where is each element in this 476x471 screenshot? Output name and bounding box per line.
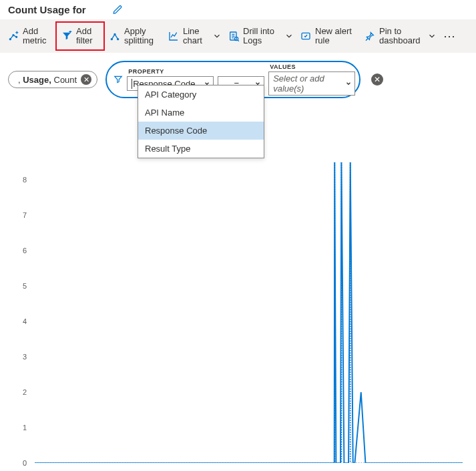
y-axis-tick: 7: [23, 211, 27, 219]
y-axis-tick: 0: [23, 459, 27, 467]
metric-pill[interactable]: , Usage, Count ✕: [8, 71, 97, 88]
y-axis-tick: 5: [23, 282, 27, 290]
y-axis-tick: 1: [23, 424, 27, 432]
dropdown-item[interactable]: Result Type: [138, 140, 264, 158]
toolbar-label: Apply splitting: [124, 27, 158, 46]
new-alert-rule-button[interactable]: New alert rule: [295, 22, 359, 50]
dropdown-item[interactable]: API Name: [138, 104, 264, 122]
chevron-down-icon: [345, 80, 352, 87]
chart-plot: [35, 162, 463, 463]
property-dropdown: API Category API Name Response Code Resu…: [138, 85, 264, 158]
values-caption: VALUES: [268, 63, 355, 70]
line-chart-icon: [168, 31, 179, 41]
logs-icon: [228, 31, 239, 41]
toolbar-label: New alert rule: [315, 27, 354, 46]
metric-pill-text: , Usage, Count: [18, 75, 77, 85]
y-axis-tick: 4: [23, 317, 27, 325]
y-axis-tick: 2: [23, 388, 27, 396]
toolbar: Add metric Add filter Apply splitting Li…: [0, 19, 476, 53]
toolbar-label: Line chart: [183, 27, 206, 46]
funnel-plus-icon: [61, 31, 72, 41]
close-icon[interactable]: ✕: [81, 74, 91, 85]
chevron-down-icon[interactable]: [426, 31, 438, 41]
more-icon[interactable]: ⋯: [438, 29, 461, 43]
apply-splitting-button[interactable]: Apply splitting: [104, 22, 163, 50]
line-chart-button[interactable]: Line chart: [163, 22, 211, 50]
add-metric-icon: [8, 31, 19, 41]
dropdown-item[interactable]: Response Code: [138, 122, 264, 140]
chart: 012345678 Thu 236 AM12 PM6 PM: [8, 162, 468, 471]
toolbar-label: Drill into Logs: [243, 27, 278, 46]
y-axis-tick: 3: [23, 353, 27, 361]
alert-icon: [300, 31, 311, 41]
split-icon: [109, 31, 120, 41]
filter-row: , Usage, Count ✕ PROPERTY Response Code …: [0, 53, 476, 102]
toolbar-label: Add filter: [76, 27, 99, 46]
page-title: Count Usage for: [8, 4, 86, 15]
add-filter-button[interactable]: Add filter: [56, 22, 104, 50]
toolbar-label: Add metric: [23, 27, 51, 46]
property-caption: PROPERTY: [127, 68, 214, 75]
y-axis-tick: 6: [23, 247, 27, 255]
pin-icon: [365, 31, 375, 41]
add-metric-button[interactable]: Add metric: [3, 22, 56, 50]
funnel-icon: [113, 75, 123, 84]
chevron-down-icon[interactable]: [283, 31, 295, 41]
toolbar-label: Pin to dashboard: [379, 27, 421, 46]
dropdown-item[interactable]: API Category: [138, 86, 264, 104]
edit-icon[interactable]: [113, 5, 123, 15]
y-axis-tick: 8: [23, 176, 27, 184]
chevron-down-icon[interactable]: [211, 31, 223, 41]
drill-into-logs-button[interactable]: Drill into Logs: [223, 22, 283, 50]
close-icon[interactable]: ✕: [371, 73, 383, 86]
values-select[interactable]: Select or add value(s): [268, 71, 355, 96]
pin-to-dashboard-button[interactable]: Pin to dashboard: [359, 22, 426, 50]
